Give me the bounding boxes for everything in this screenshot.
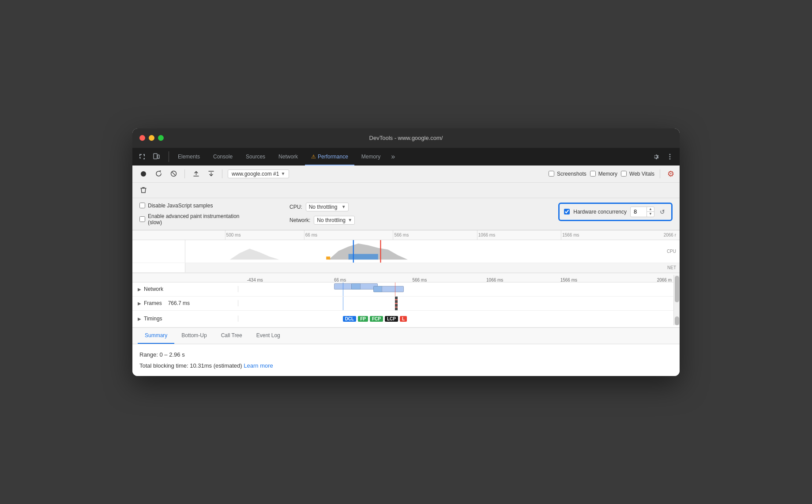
tab-summary[interactable]: Summary [138,328,174,344]
more-options-icon[interactable] [664,150,676,163]
memory-checkbox[interactable] [590,171,596,177]
net-overview-row: NET [132,263,680,273]
memory-checkbox-group[interactable]: Memory [590,171,617,177]
fcp-badge: FCP [370,316,383,322]
tab-call-tree[interactable]: Call Tree [214,328,249,344]
upload-button[interactable] [190,168,202,180]
disable-js-samples-checkbox[interactable] [139,203,145,208]
tab-performance[interactable]: ⚠ Performance [305,148,354,165]
tab-event-log[interactable]: Event Log [249,328,287,344]
tab-sources[interactable]: Sources [240,148,271,165]
tick-1066ms: 1066 ms [477,230,495,240]
hw-spin-up[interactable]: ▲ [647,207,654,212]
download-button[interactable] [205,168,217,180]
frames-row-content [238,297,673,310]
scrollbar-network [673,275,680,303]
svg-rect-1 [158,155,159,158]
frames-duration: 766.7 ms [168,300,190,306]
inspect-icon[interactable] [136,150,148,163]
hw-concurrency-checkbox[interactable] [564,209,570,214]
disable-js-samples-label[interactable]: Disable JavaScript samples [139,203,213,209]
web-vitals-checkbox-group[interactable]: Web Vitals [621,171,654,177]
screenshots-checkbox[interactable] [549,171,554,177]
screenshots-checkbox-group[interactable]: Screenshots [549,171,586,177]
network-toggle[interactable]: ▶ [138,287,141,292]
network-row-content [238,282,673,296]
tabbar-right [650,150,676,163]
separator-3 [660,169,660,178]
timeline-row-frames: ▶ Frames 766.7 ms [132,297,680,311]
advanced-paint-checkbox[interactable] [139,216,145,222]
blocking-label: Total blocking time: 10.31ms (estimated) [139,362,242,369]
web-vitals-label: Web Vitals [629,171,654,177]
network-throttle-row: Network: No throttling Fast 3G Slow 3G ▼ [289,216,352,225]
devtools-icon-group [136,150,162,163]
frames-label-text: Frames [144,300,162,306]
vline-blue [343,282,343,296]
tick-2066r: 2066 r [664,233,676,237]
dtick-434: -434 ms [247,278,263,282]
network-throttle-select[interactable]: No throttling Fast 3G Slow 3G [314,216,355,225]
hw-concurrency-wrapper: Hardware concurrency 8 ▲ ▼ ↺ [558,203,673,221]
tab-elements[interactable]: Elements [172,148,206,165]
svg-line-7 [172,172,175,176]
memory-label: Memory [598,171,617,177]
frames-row-label: ▶ Frames 766.7 ms [132,300,238,306]
record-button[interactable] [138,168,149,180]
vline-blue-frames [343,297,343,310]
window-title: DevTools - www.google.com/ [369,135,443,141]
traffic-lights [139,135,164,141]
timings-toggle[interactable]: ▶ [138,316,141,321]
dtick-1066: 1066 ms [486,278,503,282]
hw-spin-down[interactable]: ▼ [647,212,654,217]
tab-network[interactable]: Network [272,148,304,165]
tab-memory[interactable]: Memory [355,148,387,165]
tab-bottom-up[interactable]: Bottom-Up [174,328,214,344]
svg-point-3 [669,156,671,157]
cpu-overview-row: CPU [132,240,680,263]
hw-concurrency-input-group: 8 ▲ ▼ [630,207,654,217]
warning-icon: ⚠ [311,154,316,160]
disable-js-samples-row: Disable JavaScript samples [139,203,254,209]
more-tabs-button[interactable]: » [387,153,398,161]
reload-profile-button[interactable] [153,168,164,180]
scroll-thumb-2[interactable] [675,316,679,325]
settings-tab-icon[interactable] [650,150,662,163]
dtick-2066: 2066 m [657,278,672,282]
toolbar-row1: www.google.com #1 ▼ Screenshots Memory W… [132,165,680,183]
clear-button[interactable] [168,168,179,180]
close-button[interactable] [139,135,145,141]
toolbar-row2 [132,183,680,198]
device-mode-icon[interactable] [150,150,162,163]
trash-button[interactable] [138,184,149,196]
maximize-button[interactable] [158,135,164,141]
blocking-text: Total blocking time: 10.31ms (estimated)… [139,362,673,369]
frames-toggle[interactable]: ▶ [138,301,141,306]
hw-concurrency-input[interactable]: 8 [631,207,647,216]
capture-settings-button[interactable]: ⚙ [667,169,674,179]
url-selector[interactable]: www.google.com #1 ▼ [228,169,289,178]
separator-2 [222,169,222,178]
timeline-row-timings: ▶ Timings DCL FP FCP LCP L [132,311,680,327]
svg-rect-0 [154,154,157,159]
tick-66ms: 66 ms [304,230,317,240]
advanced-paint-label[interactable]: Enable advanced paint instrumentation (s… [139,213,254,226]
separator-1 [184,169,185,178]
tick-566ms: 566 ms [393,230,409,240]
web-vitals-checkbox[interactable] [621,171,627,177]
scroll-thumb-1[interactable] [675,276,679,302]
minimize-button[interactable] [149,135,154,141]
svg-point-4 [669,158,671,159]
timings-row-content: DCL FP FCP LCP L [238,311,673,327]
tab-console[interactable]: Console [207,148,239,165]
timeline-row-network: ▶ Network [132,282,680,297]
tick-500ms: 500 ms [225,230,241,240]
cpu-label-right: CPU [667,249,676,254]
timings-label-text: Timings [144,316,162,322]
network-row-label: ▶ Network [132,286,238,292]
screenshots-label: Screenshots [557,171,586,177]
learn-more-link[interactable]: Learn more [244,362,273,369]
cpu-throttle-select[interactable]: No throttling 4x slowdown 6x slowdown [306,203,349,211]
hw-reset-button[interactable]: ↺ [658,207,667,216]
net-overview-label [132,263,185,272]
